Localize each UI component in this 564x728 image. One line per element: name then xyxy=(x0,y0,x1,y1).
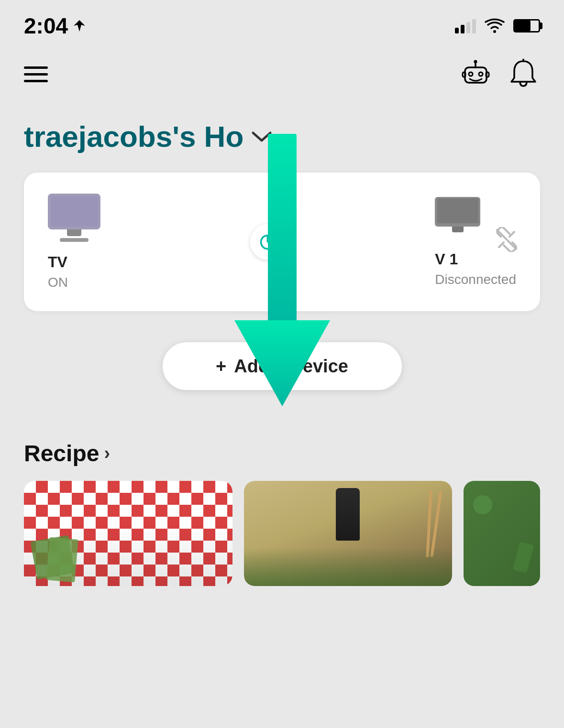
svg-rect-8 xyxy=(486,72,489,77)
recipe-card-1[interactable] xyxy=(24,481,232,586)
robot-chat-icon xyxy=(460,59,491,90)
status-bar: 2:04 xyxy=(0,0,564,43)
home-title[interactable]: traejacobs's Ho xyxy=(24,120,540,153)
status-icons xyxy=(455,18,540,33)
status-time: 2:04 xyxy=(24,13,86,39)
battery-icon xyxy=(513,19,540,33)
menu-button[interactable] xyxy=(24,66,48,82)
notification-button[interactable] xyxy=(507,57,540,91)
recipe-card-3[interactable] xyxy=(464,481,540,586)
recipe-section: Recipe › xyxy=(0,421,564,596)
recipe-card-2[interactable] xyxy=(244,481,453,586)
chat-button[interactable] xyxy=(459,57,492,91)
unlink-svg xyxy=(494,227,519,252)
second-device-icon xyxy=(435,197,480,227)
tv-label: TV xyxy=(48,253,67,271)
svg-point-6 xyxy=(479,72,483,76)
v1-status: Disconnected xyxy=(435,272,516,287)
power-button[interactable] xyxy=(250,224,286,260)
power-icon xyxy=(258,232,278,252)
header-right-icons xyxy=(459,57,540,91)
add-device-label: Add a Device xyxy=(234,356,348,377)
tv-status: ON xyxy=(48,275,68,290)
add-device-button[interactable]: + Add a Device xyxy=(163,342,402,390)
unlink-icon[interactable] xyxy=(494,227,519,257)
plus-icon: + xyxy=(216,356,226,377)
wifi-icon xyxy=(485,18,505,33)
svg-rect-7 xyxy=(463,72,465,77)
home-title-section: traejacobs's Ho xyxy=(0,100,564,163)
header-nav xyxy=(0,48,564,100)
location-icon xyxy=(73,19,86,33)
bell-icon xyxy=(509,59,537,90)
svg-point-5 xyxy=(469,72,473,76)
svg-point-4 xyxy=(474,60,477,63)
devices-card: TV ON V 1 Disconnected xyxy=(24,173,540,311)
device-tv[interactable]: TV ON xyxy=(48,194,100,290)
signal-icon xyxy=(455,18,476,33)
recipe-cards xyxy=(24,481,540,586)
tv-icon xyxy=(48,194,100,229)
chevron-down-icon xyxy=(251,130,272,143)
svg-marker-0 xyxy=(74,20,85,32)
recipe-header[interactable]: Recipe › xyxy=(24,440,540,467)
recipe-chevron-icon: › xyxy=(104,443,110,464)
svg-point-1 xyxy=(493,30,496,33)
v1-label: V 1 xyxy=(435,250,458,268)
time-display: 2:04 xyxy=(24,13,68,39)
recipe-title: Recipe xyxy=(24,440,99,467)
home-title-text: traejacobs's Ho xyxy=(24,120,243,153)
